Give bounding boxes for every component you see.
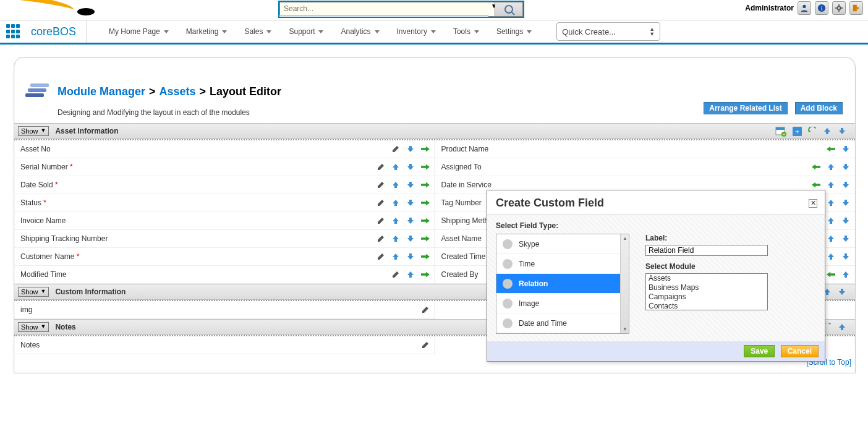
nav-analytics[interactable]: Analytics xyxy=(334,21,385,42)
field-type-skype[interactable]: Skype xyxy=(496,234,629,254)
down-icon[interactable] xyxy=(841,163,850,171)
up-icon[interactable] xyxy=(827,198,835,207)
logout-icon[interactable] xyxy=(849,1,863,15)
addcf-icon[interactable]: + xyxy=(775,126,786,137)
left-icon[interactable] xyxy=(827,145,835,153)
down-icon[interactable] xyxy=(406,234,415,243)
down-icon[interactable] xyxy=(406,252,415,261)
right-icon[interactable] xyxy=(421,198,430,207)
scrollbar[interactable] xyxy=(620,234,629,333)
up-icon[interactable] xyxy=(827,163,835,171)
cancel-button[interactable]: Cancel xyxy=(781,345,819,357)
nav-support[interactable]: Support xyxy=(283,21,330,42)
edit-icon[interactable] xyxy=(377,216,385,225)
field-label-input[interactable] xyxy=(645,245,768,256)
nav-sales[interactable]: Sales xyxy=(238,21,278,42)
show-toggle-button[interactable]: Show xyxy=(18,322,49,332)
add-block-button[interactable]: Add Block xyxy=(795,102,843,114)
breadcrumb-assets[interactable]: Assets xyxy=(160,85,196,98)
left-icon[interactable] xyxy=(812,163,820,171)
module-option-contacts[interactable]: Contacts xyxy=(646,302,767,310)
up-icon[interactable] xyxy=(391,198,400,207)
edit-icon[interactable] xyxy=(377,234,385,243)
unhide-icon[interactable] xyxy=(808,127,817,135)
show-toggle-button[interactable]: Show xyxy=(18,126,49,136)
module-option-business-maps[interactable]: Business Maps xyxy=(646,283,767,292)
up-icon[interactable] xyxy=(841,270,850,279)
right-icon[interactable] xyxy=(421,181,430,189)
edit-icon[interactable] xyxy=(377,181,385,189)
up-icon[interactable] xyxy=(391,252,400,261)
down-icon[interactable] xyxy=(406,216,415,225)
nav-marketing[interactable]: Marketing xyxy=(180,21,234,42)
down-icon[interactable] xyxy=(838,127,846,135)
edit-icon[interactable] xyxy=(377,163,385,171)
down-icon[interactable] xyxy=(406,198,415,207)
module-option-campaigns[interactable]: Campaigns xyxy=(646,292,767,302)
apps-icon[interactable] xyxy=(6,24,21,39)
down-icon[interactable] xyxy=(841,234,850,243)
up-icon[interactable] xyxy=(391,163,400,171)
admin-user-link[interactable]: Administrator xyxy=(745,4,794,12)
field-type-relation[interactable]: Relation xyxy=(496,274,629,294)
show-toggle-button[interactable]: Show xyxy=(18,287,49,297)
up-icon[interactable] xyxy=(827,234,835,243)
search-dropdown-trigger[interactable]: ▼ xyxy=(488,2,495,17)
nav-inventory[interactable]: Inventory xyxy=(391,21,442,42)
plus-icon[interactable]: ＋ xyxy=(793,127,802,136)
nav-tools[interactable]: Tools xyxy=(447,21,485,42)
right-icon[interactable] xyxy=(421,163,430,171)
left-icon[interactable] xyxy=(827,270,835,279)
down-icon[interactable] xyxy=(406,145,415,153)
up-icon[interactable] xyxy=(406,270,415,279)
field-type-date-and-time[interactable]: Date and Time xyxy=(496,313,629,333)
arrange-related-list-button[interactable]: Arrange Related List xyxy=(704,102,787,114)
right-icon[interactable] xyxy=(421,234,430,243)
field-type-list[interactable]: SkypeTimeRelationImageDate and Time xyxy=(496,234,629,334)
up-icon[interactable] xyxy=(827,252,835,261)
field-type-time[interactable]: Time xyxy=(496,254,629,274)
quick-create-select[interactable]: Quick Create... ▲▼ xyxy=(556,22,660,41)
gear-icon[interactable] xyxy=(832,1,846,15)
module-option-assets[interactable]: Assets xyxy=(646,274,767,283)
up-icon[interactable] xyxy=(823,127,832,135)
global-search-input[interactable] xyxy=(279,2,488,15)
down-icon[interactable] xyxy=(841,145,850,153)
edit-icon[interactable] xyxy=(421,341,430,349)
down-icon[interactable] xyxy=(841,181,850,189)
right-icon[interactable] xyxy=(421,270,430,279)
save-button[interactable]: Save xyxy=(744,345,775,357)
up-icon[interactable] xyxy=(838,323,846,331)
up-icon[interactable] xyxy=(827,216,835,225)
right-icon[interactable] xyxy=(421,145,430,153)
down-icon[interactable] xyxy=(841,216,850,225)
down-icon[interactable] xyxy=(841,198,850,207)
close-icon[interactable]: ✕ xyxy=(809,199,817,208)
down-icon[interactable] xyxy=(838,287,846,296)
info-icon[interactable]: i xyxy=(815,1,828,15)
brand-link[interactable]: coreBOS xyxy=(31,20,87,43)
up-icon[interactable] xyxy=(391,234,400,243)
search-button[interactable] xyxy=(495,2,523,17)
field-type-image[interactable]: Image xyxy=(496,294,629,313)
edit-icon[interactable] xyxy=(421,305,430,314)
right-icon[interactable] xyxy=(421,216,430,225)
user-icon[interactable] xyxy=(798,1,811,15)
down-icon[interactable] xyxy=(406,163,415,171)
edit-icon[interactable] xyxy=(391,145,400,153)
edit-icon[interactable] xyxy=(377,252,385,261)
edit-icon[interactable] xyxy=(391,270,400,279)
down-icon[interactable] xyxy=(406,181,415,189)
left-icon[interactable] xyxy=(812,181,820,189)
up-icon[interactable] xyxy=(391,216,400,225)
right-icon[interactable] xyxy=(421,252,430,261)
nav-settings[interactable]: Settings xyxy=(490,21,538,42)
edit-icon[interactable] xyxy=(377,198,385,207)
up-icon[interactable] xyxy=(827,181,835,189)
up-icon[interactable] xyxy=(391,181,400,189)
down-icon[interactable] xyxy=(841,252,850,261)
nav-my-home-page[interactable]: My Home Page xyxy=(103,21,175,42)
select-module-list[interactable]: AssetsBusiness MapsCampaignsContacts xyxy=(645,273,768,310)
svg-rect-9 xyxy=(25,93,44,97)
breadcrumb-module-manager[interactable]: Module Manager xyxy=(57,85,145,98)
